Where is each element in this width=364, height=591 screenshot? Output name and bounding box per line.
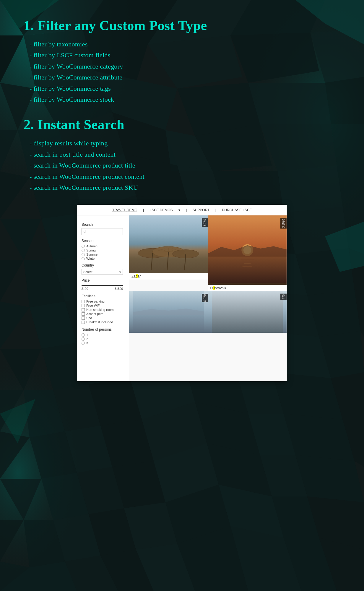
list-item: display results while typing [30, 138, 340, 149]
persons-option-2[interactable]: 2 [82, 337, 125, 341]
search-input[interactable] [82, 228, 123, 235]
dubrovnik-title: Dubrovnik [208, 285, 287, 291]
price-max: $1500 [115, 287, 123, 290]
list-item: filter by WooCommerce stock [30, 94, 340, 105]
checkbox [82, 312, 85, 316]
section-1-title: 1. Filter any Custom Post Type [24, 18, 340, 33]
card4-price: 475 [280, 294, 287, 300]
demo-nav: TRAVEL DEMO | LSCF DEMOS ▾ | SUPPORT | P… [77, 205, 287, 215]
radio-circle [82, 257, 85, 260]
nav-item-travel-demo[interactable]: TRAVEL DEMO [112, 208, 137, 212]
price-label: Price [82, 278, 125, 282]
svg-rect-137 [208, 257, 287, 283]
persons-radio-group: 1 2 3 [82, 333, 125, 345]
season-label: Season [82, 239, 125, 243]
facility-breakfast[interactable]: Breakfast included [82, 320, 125, 324]
persons-option-3[interactable]: 3 [82, 341, 125, 345]
facility-accept-pets[interactable]: Accept pets [82, 312, 125, 316]
list-item: filter by LSCF custom fields [30, 50, 340, 61]
dubrovnik-price: $ 1020 [280, 218, 287, 229]
list-item: filter by WooCommerce tags [30, 83, 340, 94]
season-radio-group: Autumn Spring Summer Winter [82, 244, 125, 260]
list-item: filter by taxonomies [30, 39, 340, 50]
radio-circle [82, 337, 85, 341]
country-select-wrapper: Select [82, 269, 123, 275]
persons-option-1[interactable]: 1 [82, 333, 125, 337]
nav-item-lscf-demos[interactable]: LSCF DEMOS [150, 208, 173, 212]
card-3-image: $ 970 [129, 291, 208, 333]
facility-spa[interactable]: Spa [82, 316, 125, 320]
nav-dropdown-icon: ▾ [178, 208, 180, 212]
season-option-winter[interactable]: Winter [82, 257, 125, 260]
svg-rect-146 [212, 291, 283, 333]
radio-circle [82, 245, 85, 248]
list-item: filter by WooCommerce category [30, 61, 340, 72]
list-item: search in post title and content [30, 149, 340, 160]
section-1: 1. Filter any Custom Post Type filter by… [24, 18, 340, 105]
facility-non-smoking[interactable]: Non smoking room [82, 308, 125, 311]
checkbox [82, 304, 85, 307]
list-item: search in WooCommerce product SKU [30, 182, 340, 193]
cards-grid: $ 760 Zadar [129, 215, 287, 333]
demo-body: Search Season Autumn Spring Summer [77, 215, 287, 381]
radio-circle [82, 342, 85, 345]
section-1-list: filter by taxonomies filter by LSCF cust… [30, 39, 340, 105]
nav-separator: | [186, 208, 188, 212]
demo-sidebar: Search Season Autumn Spring Summer [77, 215, 129, 381]
card-zadar[interactable]: $ 760 Zadar [129, 215, 208, 291]
nav-separator: | [143, 208, 145, 212]
radio-circle [82, 253, 85, 256]
zadar-title: Zadar [129, 273, 208, 280]
checkbox [82, 321, 85, 324]
nav-item-purchase[interactable]: PURCHASE LSCF [222, 208, 252, 212]
zadar-price: $ 760 [202, 218, 208, 227]
card-dubrovnik[interactable]: $ 1020 Dubrovnik [208, 215, 287, 291]
radio-circle [82, 249, 85, 252]
season-option-summer[interactable]: Summer [82, 253, 125, 256]
demo-container: TRAVEL DEMO | LSCF DEMOS ▾ | SUPPORT | P… [77, 205, 287, 381]
facilities-label: Facilities [82, 294, 125, 298]
facility-free-wifi[interactable]: Free WiFi [82, 304, 125, 307]
card-3: $ 970 [129, 291, 208, 333]
list-item: filter by WooCommerce attribute [30, 72, 340, 83]
checkbox [82, 316, 85, 320]
list-item: search in WooCommerce product content [30, 171, 340, 182]
checkbox [82, 300, 85, 303]
nav-item-support[interactable]: SUPPORT [193, 208, 210, 212]
country-label: Country [82, 263, 125, 267]
demo-content: $ 760 Zadar [129, 215, 287, 381]
season-option-spring[interactable]: Spring [82, 249, 125, 252]
price-range-values: $100 $1500 [82, 287, 123, 290]
season-option-autumn[interactable]: Autumn [82, 244, 125, 248]
search-label: Search [82, 223, 125, 227]
section-2: 2. Instant Search display results while … [24, 117, 340, 193]
price-slider[interactable] [82, 285, 123, 286]
price-min: $100 [82, 287, 88, 290]
nav-separator: | [215, 208, 217, 212]
checkbox [82, 308, 85, 311]
card3-price: $ 970 [202, 294, 208, 302]
facilities-checkbox-group: Free parking Free WiFi Non smoking room … [82, 300, 125, 324]
radio-circle [82, 333, 85, 337]
list-item: search in WooCommerce product title [30, 160, 340, 171]
persons-label: Number of persons [82, 327, 125, 332]
facility-free-parking[interactable]: Free parking [82, 300, 125, 303]
dubrovnik-image: $ 1020 [208, 215, 287, 285]
card-4: 475 [208, 291, 287, 333]
section-2-title: 2. Instant Search [24, 117, 340, 132]
country-select[interactable]: Select [82, 269, 123, 275]
card-4-image: 475 [208, 291, 287, 333]
zadar-image: $ 760 [129, 215, 208, 273]
section-2-list: display results while typing search in p… [30, 138, 340, 193]
